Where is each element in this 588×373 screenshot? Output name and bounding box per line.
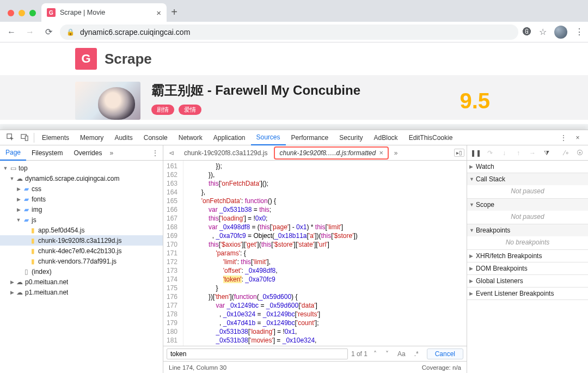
tree-folder-js[interactable]: ▼js <box>0 215 163 225</box>
panel-tab-console[interactable]: Console <box>138 130 173 145</box>
debugger-stepover-icon[interactable]: ↷ <box>483 147 497 159</box>
panel-tab-application[interactable]: Application <box>208 130 251 145</box>
search-regex-toggle[interactable]: .* <box>412 350 421 358</box>
debugger-deactivate-bp-icon[interactable]: ⧩ <box>540 147 553 159</box>
search-count: 1 of 1 <box>351 350 367 358</box>
url-bar[interactable]: 🔒 dynamic6.scrape.cuiqingcai.com <box>60 25 518 40</box>
movie-rating: 9.5 <box>460 89 490 113</box>
tabstrip: G Scrape | Movie × + <box>0 0 588 22</box>
lock-icon: 🔒 <box>66 28 75 36</box>
debugger-stepin-icon[interactable]: ↓ <box>498 147 511 159</box>
movie-title: 霸王别姬 - Farewell My Concubine <box>151 82 360 99</box>
cursor-position: Line 174, Column 30 <box>169 364 226 371</box>
code-editor-panel: ⊲ chunk-19c920f8.c3a1129d.js chunk-19c92… <box>163 145 467 373</box>
panel-tab-sources[interactable]: Sources <box>251 130 286 145</box>
panel-tab-editthiscookie[interactable]: EditThisCookie <box>403 130 458 145</box>
tree-jsfile[interactable]: chunk-vendors.77daf991.js <box>0 256 163 266</box>
browser-menu-button[interactable]: ⋮ <box>575 27 584 37</box>
panel-tab-security[interactable]: Security <box>334 130 368 145</box>
close-tab-icon[interactable]: × <box>379 149 383 157</box>
editor-searchbar: 1 of 1 ˄ ˅ Aa .* Cancel <box>163 346 467 361</box>
section-xhr-bp[interactable]: ▶XHR/fetch Breakpoints <box>467 250 588 262</box>
file-tree: ▼top ▼dynamic6.scrape.cuiqingcai.com ▶cs… <box>0 161 163 373</box>
new-tab-button[interactable]: + <box>167 6 182 22</box>
panel-tab-performance[interactable]: Performance <box>286 130 334 145</box>
close-tab-icon[interactable]: × <box>156 8 161 17</box>
editor-run-snippet-icon[interactable]: ▸▯ <box>454 149 464 157</box>
search-case-toggle[interactable]: Aa <box>395 350 408 358</box>
section-dom-bp[interactable]: ▶DOM Breakpoints <box>467 262 588 274</box>
editor-tab-active[interactable]: chunk-19c920f8.….d.js:formatted× <box>274 146 388 160</box>
section-global-listeners[interactable]: ▶Global Listeners <box>467 275 588 287</box>
section-eventlistener-bp[interactable]: ▶Event Listener Breakpoints <box>467 288 588 299</box>
tree-jsfile[interactable]: app.5ef0d454.js <box>0 225 163 235</box>
navigator-menu-icon[interactable]: ⋮ <box>148 149 163 157</box>
editor-statusbar: Line 174, Column 30 Coverage: n/a <box>163 361 467 373</box>
panel-tab-memory[interactable]: Memory <box>75 130 109 145</box>
tree-folder-img[interactable]: ▶img <box>0 204 163 215</box>
debugger-sidebar: ❚❚ ↷ ↓ ↑ → ⧩ ⁄∘ ⦿ ▶Watch ▼Call Stack Not… <box>467 145 588 373</box>
section-scope[interactable]: ▼Scope <box>467 199 588 211</box>
search-input[interactable] <box>167 348 348 359</box>
navigator-tab-page[interactable]: Page <box>0 145 26 161</box>
debugger-step-icon[interactable]: → <box>526 147 539 159</box>
section-callstack[interactable]: ▼Call Stack <box>467 173 588 185</box>
zoom-window-button[interactable] <box>29 10 36 16</box>
movie-info: 霸王别姬 - Farewell My Concubine 剧情 爱情 <box>151 82 360 115</box>
debugger-pause-exceptions-icon[interactable]: ⦿ <box>574 149 586 157</box>
section-breakpoints[interactable]: ▼Breakpoints <box>467 224 588 236</box>
site-logo[interactable]: G <box>75 48 97 70</box>
search-cancel-button[interactable]: Cancel <box>427 348 463 359</box>
navigator-tab-filesystem[interactable]: Filesystem <box>26 145 68 161</box>
search-next-icon[interactable]: ˅ <box>383 350 391 358</box>
tree-top[interactable]: ▼top <box>0 163 163 173</box>
editor-nav-back-icon[interactable]: ⊲ <box>166 149 177 157</box>
panel-tab-audits[interactable]: Audits <box>109 130 138 145</box>
movie-tag: 爱情 <box>179 105 201 115</box>
close-window-button[interactable] <box>8 10 14 16</box>
editor-tabs-overflow-icon[interactable]: » <box>391 149 401 157</box>
nav-back-button[interactable]: ← <box>4 25 19 39</box>
tree-folder-css[interactable]: ▶css <box>0 184 163 194</box>
browser-tab[interactable]: G Scrape | Movie × <box>41 3 167 22</box>
tree-jsfile[interactable]: chunk-4dec7ef0.e4c2b130.js <box>0 246 163 256</box>
tree-origin-extra[interactable]: ▶p0.meituan.net <box>0 277 163 287</box>
devtools-panel-tabs: Elements Memory Audits Console Network A… <box>0 130 588 145</box>
coverage-status: Coverage: n/a <box>422 364 461 371</box>
minimize-window-button[interactable] <box>19 10 25 16</box>
device-toolbar-icon[interactable] <box>17 131 32 145</box>
devtools-close-icon[interactable]: × <box>571 131 585 145</box>
translate-icon[interactable]: 🅖 <box>523 27 531 37</box>
page-header: G Scrape <box>0 42 588 75</box>
bookmark-icon[interactable]: ☆ <box>539 27 547 37</box>
code-editor[interactable]: 1611621631641651661671681691701711721731… <box>163 161 467 346</box>
tree-jsfile-selected[interactable]: chunk-19c920f8.c3a1129d.js <box>0 235 163 246</box>
reload-button[interactable]: ⟳ <box>41 25 56 39</box>
tab-favicon: G <box>47 8 56 17</box>
tree-folder-fonts[interactable]: ▶fonts <box>0 194 163 204</box>
svg-rect-2 <box>25 136 28 140</box>
movie-poster[interactable] <box>75 82 140 120</box>
tab-title: Scrape | Movie <box>60 9 152 16</box>
search-prev-icon[interactable]: ˄ <box>371 350 379 358</box>
tree-origin-extra[interactable]: ▶p1.meituan.net <box>0 287 163 297</box>
panel-tab-network[interactable]: Network <box>173 130 208 145</box>
tree-origin[interactable]: ▼dynamic6.scrape.cuiqingcai.com <box>0 173 163 184</box>
panel-tab-elements[interactable]: Elements <box>36 130 75 145</box>
debugger-stepout-icon[interactable]: ↑ <box>512 147 525 159</box>
debugger-async-icon[interactable]: ⁄∘ <box>561 149 573 157</box>
section-watch[interactable]: ▶Watch <box>467 161 588 173</box>
nav-forward-button[interactable]: → <box>23 25 37 39</box>
navigator-overflow-icon[interactable]: » <box>109 149 113 157</box>
panel-tab-adblock[interactable]: AdBlock <box>369 130 403 145</box>
tree-index[interactable]: (index) <box>0 266 163 277</box>
profile-avatar[interactable] <box>554 26 567 39</box>
navigator-tab-overrides[interactable]: Overrides <box>68 145 107 161</box>
movie-tag: 剧情 <box>151 105 174 115</box>
inspect-element-icon[interactable] <box>3 131 17 145</box>
code-body[interactable]: }); }), this['onFetchData'](); }, 'onFet… <box>183 161 467 346</box>
editor-tab[interactable]: chunk-19c920f8.c3a1129d.js <box>180 146 272 160</box>
movie-tags: 剧情 爱情 <box>151 105 360 115</box>
debugger-pause-icon[interactable]: ❚❚ <box>469 147 482 159</box>
devtools-settings-icon[interactable]: ⋮ <box>556 131 571 145</box>
